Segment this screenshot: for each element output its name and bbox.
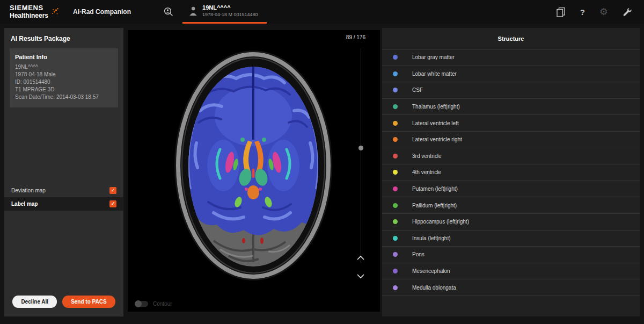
healthineers-spark-icon — [51, 8, 59, 16]
tools-wrench-icon[interactable] — [623, 7, 632, 17]
brand-line2: Healthineers — [10, 12, 48, 19]
slice-slider-track[interactable] — [361, 48, 361, 263]
help-icon[interactable]: ? — [580, 8, 585, 17]
structure-row-medulla-oblongata[interactable]: Medulla oblongata — [382, 279, 640, 296]
brain-mri-label-map-image[interactable] — [128, 30, 380, 312]
map-row-deviation[interactable]: Deviation map ✓ — [4, 184, 123, 197]
structure-row-hippocampus[interactable]: Hippocampus (left|right) — [382, 214, 640, 231]
patient-tab[interactable]: 19NL^^^^ 1978-04-18 M 001514480 — [182, 0, 267, 24]
structure-label: Putamen (left|right) — [412, 186, 458, 192]
structure-row-pallidum[interactable]: Pallidum (left|right) — [382, 197, 640, 214]
sidebar-title: AI Results Package — [4, 28, 123, 47]
brand-line1: SIEMENS — [10, 4, 48, 12]
structure-row-putamen[interactable]: Putamen (left|right) — [382, 181, 640, 198]
label-map-checkbox[interactable]: ✓ — [109, 200, 116, 207]
structures-header: Structure — [382, 28, 640, 49]
structure-color-dot — [393, 121, 398, 126]
structure-label: 3rd ventricle — [412, 153, 441, 159]
structure-color-dot — [393, 252, 398, 257]
settings-gear-icon[interactable]: ⚙ — [599, 6, 608, 18]
structure-row-thalamus[interactable]: Thalamus (left|right) — [382, 99, 640, 116]
patient-info-card: Patient Info 19NL^^^^ 1978-04-18 Male ID… — [10, 48, 118, 107]
structure-color-dot — [393, 236, 398, 241]
patient-tab-details: 1978-04-18 M 001514480 — [202, 12, 258, 18]
topbar: SIEMENS Healthineers AI-Rad Companion — [0, 0, 644, 24]
structure-row-lateral-ventricle-right[interactable]: Lateral ventricle right — [382, 132, 640, 148]
slice-slider-handle[interactable] — [358, 146, 363, 150]
structure-label: Pallidum (left|right) — [412, 203, 457, 208]
structure-row-3rd-ventricle[interactable]: 3rd ventricle — [382, 148, 640, 165]
structures-panel: Structure Lobar gray matter Lobar white … — [382, 28, 640, 316]
structure-color-dot — [393, 170, 398, 175]
siemens-healthineers-logo: SIEMENS Healthineers — [0, 4, 59, 19]
slice-down-icon[interactable] — [356, 273, 365, 279]
patient-info-scan-datetime: Scan Date/Time: 2014-03-03 18:57 — [15, 93, 113, 101]
map-label: Label map — [11, 201, 38, 207]
structure-label: Insula (left|right) — [412, 235, 451, 241]
patient-info-series: T1 MPRAGE 3D — [15, 86, 113, 93]
structure-color-dot — [393, 88, 398, 92]
structure-color-dot — [393, 285, 398, 290]
topbar-actions: ? ⚙ — [556, 6, 644, 18]
send-to-pacs-button[interactable]: Send to PACS — [62, 296, 115, 308]
contour-control: Contour — [135, 301, 172, 307]
contour-toggle[interactable] — [135, 301, 148, 307]
structure-color-dot — [393, 154, 398, 159]
map-row-label[interactable]: Label map ✓ — [4, 197, 123, 211]
structure-label: Pons — [412, 251, 425, 257]
app-window: SIEMENS Healthineers AI-Rad Companion — [0, 0, 644, 324]
structure-label: Lateral ventricle right — [412, 136, 462, 142]
structure-label: Lobar gray matter — [412, 54, 455, 60]
structure-label: Thalamus (left|right) — [412, 104, 460, 110]
structure-color-dot — [393, 219, 398, 224]
structure-label: Lateral ventricle left — [412, 120, 459, 126]
patient-info-id: ID: 001514480 — [15, 78, 113, 86]
structure-row-pons[interactable]: Pons — [382, 247, 640, 263]
contour-label: Contour — [153, 301, 172, 307]
patient-search-icon[interactable] — [163, 6, 174, 17]
structure-label: Mesencephalon — [412, 268, 450, 274]
structure-color-dot — [393, 203, 398, 208]
structure-row-lobar-white-matter[interactable]: Lobar white matter — [382, 66, 640, 83]
patient-info-name: 19NL^^^^ — [15, 63, 113, 71]
structure-row-4th-ventricle[interactable]: 4th ventricle — [382, 164, 640, 181]
structure-color-dot — [393, 269, 398, 273]
app-title: AI-Rad Companion — [73, 8, 131, 16]
slice-up-icon[interactable] — [356, 255, 365, 261]
result-map-list: Deviation map ✓ Label map ✓ — [4, 184, 123, 211]
structure-color-dot — [393, 104, 398, 109]
structure-label: Hippocampus (left|right) — [412, 219, 469, 225]
map-label: Deviation map — [11, 188, 46, 193]
ai-results-sidebar: AI Results Package Patient Info 19NL^^^^… — [4, 28, 123, 316]
decline-all-button[interactable]: Decline All — [12, 296, 57, 308]
structure-color-dot — [393, 186, 398, 191]
sidebar-actions: Decline All Send to PACS — [4, 296, 123, 308]
patient-info-title: Patient Info — [15, 54, 113, 60]
structure-row-mesencephalon[interactable]: Mesencephalon — [382, 263, 640, 280]
structure-row-lobar-gray-matter[interactable]: Lobar gray matter — [382, 49, 640, 66]
structure-label: 4th ventricle — [412, 169, 441, 175]
contour-toggle-knob — [135, 300, 142, 307]
structure-row-insula[interactable]: Insula (left|right) — [382, 231, 640, 247]
slice-counter: 89 / 176 — [346, 34, 365, 40]
patient-info-dob-sex: 1978-04-18 Male — [15, 71, 113, 78]
structure-label: Medulla oblongata — [412, 285, 456, 291]
structure-color-dot — [393, 137, 398, 142]
structure-row-csf[interactable]: CSF — [382, 82, 640, 99]
deviation-map-checkbox[interactable]: ✓ — [109, 187, 116, 194]
structure-row-lateral-ventricle-left[interactable]: Lateral ventricle left — [382, 115, 640, 132]
structure-label: CSF — [412, 87, 423, 93]
structure-color-dot — [393, 55, 398, 60]
structure-label: Lobar white matter — [412, 71, 457, 77]
patient-tab-name: 19NL^^^^ — [202, 4, 258, 12]
report-icon[interactable] — [556, 7, 566, 17]
image-viewer[interactable]: 89 / 176 Contour — [128, 30, 380, 312]
structure-color-dot — [393, 71, 398, 76]
patient-icon — [189, 6, 197, 16]
